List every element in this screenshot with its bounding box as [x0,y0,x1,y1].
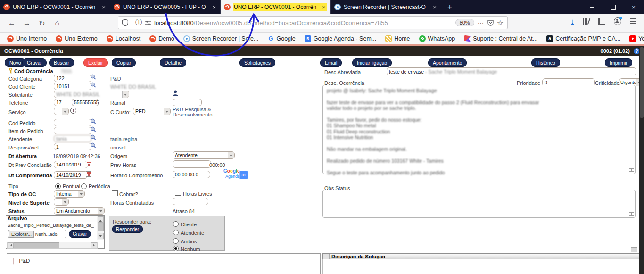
reload-button[interactable]: ↻ [36,17,48,29]
minimize-button[interactable] [582,0,603,14]
dt-prev-conclusao-input[interactable]: 14/10/2019 [54,161,88,168]
bookmark-demo[interactable]: Demo [149,35,174,42]
desc-abreviada-input[interactable]: teste de envase - Sache Triplo Moment Ba… [387,67,636,75]
tree-node-pd[interactable]: ├─P&D [12,258,30,264]
ramal-input[interactable] [173,99,202,106]
scroll-down-button[interactable] [98,233,104,239]
menu-icon[interactable] [630,18,636,24]
email-button[interactable]: Email [320,58,342,67]
bookmark-home[interactable]: Home [385,35,410,42]
chevron-down-icon[interactable] [98,208,104,214]
solicitante-select[interactable]: WHITE DO BRASIL [54,91,129,98]
bookmark-google-agenda[interactable]: 5Google Agenda - Sem... [305,35,376,42]
cod-pedido-input[interactable] [54,119,91,126]
horas-contratadas-input[interactable] [173,198,208,205]
scroll-left-button[interactable] [8,242,14,248]
ccusto-select[interactable]: PED [133,108,171,115]
google-agenda-word[interactable]: Agenda [225,174,240,179]
tab-close-icon[interactable]: × [211,4,217,11]
bookmark-youtube[interactable]: YouTube [629,35,644,42]
bookmark-uno-externo[interactable]: Uno Externo [56,35,97,42]
search-icon[interactable] [90,142,96,149]
horario-comprometido-input[interactable]: 00:00:00.0 [173,171,210,178]
tracking-shield-icon[interactable] [122,19,128,26]
cobrar-checkbox[interactable] [112,190,118,196]
scrollbar-thumb[interactable] [14,242,59,248]
home-button[interactable]: ⌂ [51,17,63,29]
responsavel-input[interactable]: 1 [54,143,91,150]
permissions-icon[interactable] [145,20,151,25]
imprimir-button[interactable]: Imprimir [605,58,632,67]
responder-ambos-radio[interactable] [173,238,179,244]
descricao-solucao-body[interactable] [322,259,641,274]
person-icon[interactable] [173,90,178,96]
cod-categoria-input[interactable]: 122 [54,75,91,82]
search-icon[interactable] [90,134,96,141]
tab-screen-recorder[interactable]: Screen Recorder | Screencast-O × [331,0,441,14]
historico-button[interactable]: Histórico [531,58,560,67]
bookmark-localhost[interactable]: Localhost [107,35,141,42]
google-agenda-link[interactable]: Google [223,168,239,174]
bookmark-whatsapp[interactable]: WhatsApp [419,35,455,42]
page-scrollbar[interactable] [639,46,644,274]
chevron-down-icon[interactable] [78,191,84,197]
site-info-icon[interactable]: ⓘ [135,18,142,27]
obs-status-textarea[interactable] [322,190,636,218]
tipo-periodica-radio[interactable] [81,183,87,189]
url-text[interactable]: localhost:8080/Desenv/ocw0005.do?method=… [154,19,452,26]
explorar-button[interactable]: Explorar... [9,231,34,238]
vertical-scrollbar[interactable] [97,216,104,240]
search-icon[interactable] [90,118,96,125]
search-icon[interactable] [90,74,96,80]
search-icon[interactable] [90,82,96,88]
nivel-suporte-select[interactable] [54,198,69,206]
solicitacoes-button[interactable]: Solicitações [239,58,275,67]
tab-close-icon[interactable]: × [432,4,438,11]
chevron-down-icon[interactable] [164,108,170,115]
new-tab-button[interactable]: + [441,0,458,14]
chevron-down-icon[interactable] [62,108,68,115]
bookmark-certificacao[interactable]: aCertificação PMP e CA... [546,35,620,42]
bookmark-star-icon[interactable]: ☆ [497,18,504,27]
scroll-right-button[interactable] [91,242,97,248]
resize-grip-icon[interactable] [629,168,634,172]
responder-atendente-radio[interactable] [173,230,179,235]
buscar-button[interactable]: Buscar [49,58,74,67]
arquivo-file-item[interactable]: Sache_Triplo_Perfect_Balayage_teste_de_e [6,222,94,228]
copiar-button[interactable]: Copiar [112,58,136,67]
tab-ocw0001-active[interactable]: UNO ERP - OCW0001 - Ocorrên × [221,0,331,14]
search-icon[interactable] [90,126,96,133]
scroll-up-button[interactable] [98,216,104,223]
file-input-control[interactable]: Explorar... Nenh...ado. [8,230,66,238]
bookmark-screen-recorder[interactable]: Screen Recorder | Scre... [183,35,259,42]
resize-grip-icon[interactable] [629,212,634,216]
chevron-down-icon[interactable] [122,91,129,98]
agenda-31-icon[interactable]: 31 [239,171,248,179]
tab-close-icon[interactable]: × [321,4,327,11]
tipo-oc-select[interactable]: Interna [54,190,85,198]
scrollbar-thumb[interactable] [98,223,104,231]
forward-button[interactable]: → [21,17,33,29]
url-bar[interactable]: ⓘ localhost:8080/Desenv/ocw0005.do?metho… [118,16,508,29]
prev-horas-input[interactable] [173,160,211,168]
horas-livres-checkbox[interactable] [175,190,181,196]
cod-cliente-input[interactable]: 10151 [54,83,91,90]
telefone-numero-input[interactable]: 5555555555 [72,99,99,106]
bookmark-uno-interno[interactable]: Uno Interno [7,35,47,42]
responder-button[interactable]: Responder [112,225,143,233]
chevron-down-icon[interactable] [228,152,234,158]
back-button[interactable]: ← [6,17,18,29]
horizontal-scrollbar[interactable] [7,242,98,249]
item-pedido-input[interactable] [54,127,91,134]
dt-comprometida-input[interactable]: 14/10/2019 [54,171,88,179]
desc-ocorrencia-textarea[interactable]: projeto @ Isabely: Sache Triplo Moment B… [322,85,636,174]
downloads-icon[interactable]: ↓ [571,18,575,25]
sidebar-icon[interactable] [598,18,605,25]
zoom-level-badge[interactable]: 80% [455,19,474,26]
responder-cliente-radio[interactable] [173,221,179,227]
origem-select[interactable]: Atendente [173,151,235,159]
warning-icon[interactable]: ! [70,108,76,114]
tipo-pontual-radio[interactable] [55,183,61,189]
maximize-button[interactable] [603,0,623,14]
chevron-down-icon[interactable] [62,199,68,205]
